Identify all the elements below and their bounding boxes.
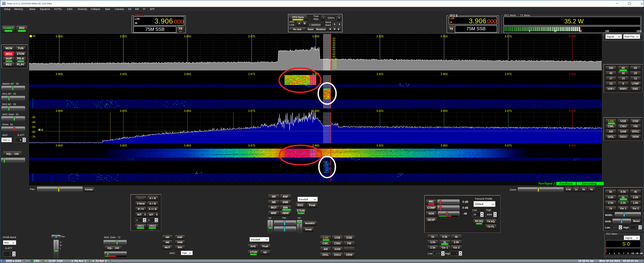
svg-text:3.950: 3.950 [440,35,448,38]
svg-text:4.000: 4.000 [569,109,576,112]
svg-text:3.800: 3.800 [56,35,63,38]
svg-text:Correcting: Correcting [582,182,596,185]
svg-text:4.000: 4.000 [569,35,576,38]
svg-text:4.000: 4.000 [569,144,576,147]
svg-text:3.925: 3.925 [376,35,384,38]
svg-text:-140: -140 [332,67,336,69]
svg-text:3.950: 3.950 [440,144,448,147]
svg-text:3.975: 3.975 [505,109,512,112]
svg-text:PureSignal 2: PureSignal 2 [538,182,555,185]
svg-text:3.825: 3.825 [120,109,127,112]
svg-text:3.875: 3.875 [248,109,255,112]
svg-text:3.950: 3.950 [440,109,448,112]
svg-text:3.875: 3.875 [248,144,255,147]
svg-text:3.850: 3.850 [184,109,191,112]
svg-text:-G: -G [40,128,43,131]
svg-text:-35: -35 [31,116,36,119]
svg-text:3.900: 3.900 [312,109,320,112]
svg-text:3.925: 3.925 [376,109,384,112]
svg-text:3.825: 3.825 [120,144,127,147]
svg-text:3.850: 3.850 [184,35,191,38]
svg-text:Feedback: Feedback [560,182,573,185]
svg-text:-65: -65 [31,130,36,134]
svg-text:-55: -55 [31,125,36,129]
svg-text:3.850: 3.850 [184,144,191,147]
svg-text:3.800: 3.800 [56,144,63,147]
svg-text:3.900: 3.900 [312,35,320,38]
svg-text:-45: -45 [31,121,36,124]
svg-text:3.925: 3.925 [376,144,384,147]
svg-text:3.825: 3.825 [120,35,127,38]
svg-text:3.800: 3.800 [56,109,63,112]
svg-text:-75: -75 [31,135,36,138]
svg-text:3.975: 3.975 [505,35,512,38]
svg-text:3.875: 3.875 [248,35,255,38]
svg-text:3.975: 3.975 [505,144,512,147]
svg-text:30: 30 [32,35,36,37]
